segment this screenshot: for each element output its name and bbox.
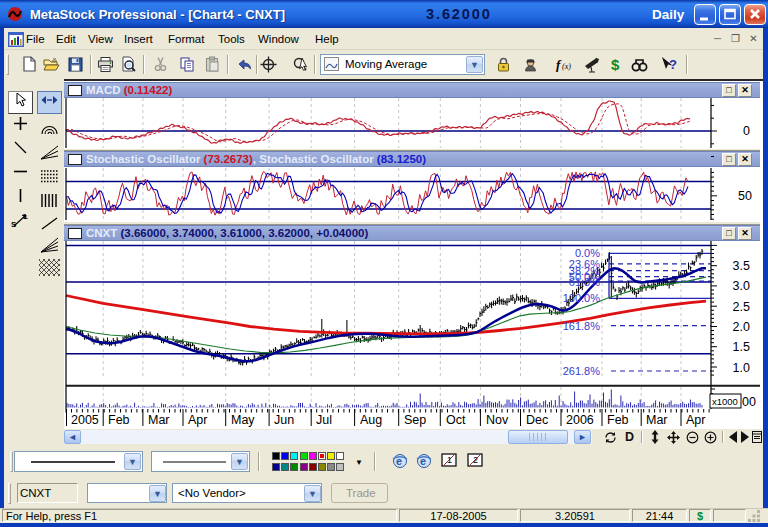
svg-text:$: $ <box>611 56 620 73</box>
svg-text:2: 2 <box>473 455 478 465</box>
svg-text:?: ? <box>669 57 677 72</box>
svg-text:(x): (x) <box>562 62 571 71</box>
svg-text:1: 1 <box>447 455 452 465</box>
svg-text:50: 50 <box>738 189 752 203</box>
